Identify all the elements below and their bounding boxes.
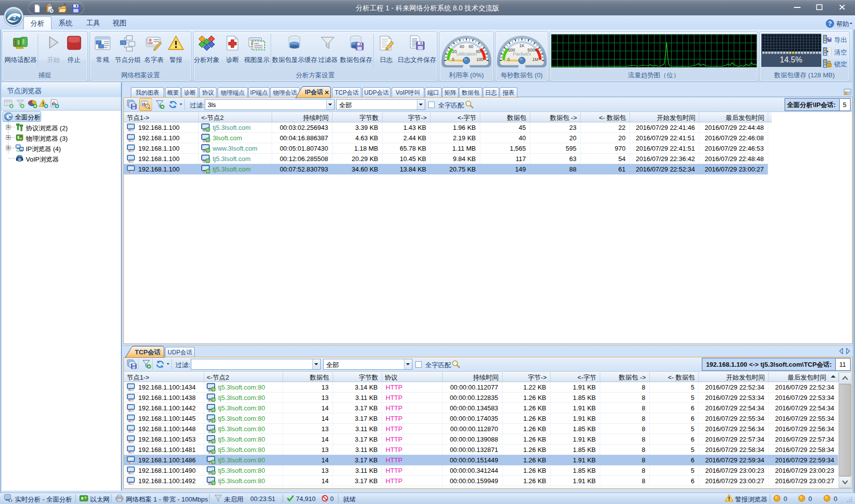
svg-text:Utilization: Utilization [456, 51, 476, 56]
svg-text:80: 80 [476, 49, 481, 54]
svg-text:100: 100 [476, 57, 483, 62]
svg-text:40: 40 [459, 44, 464, 49]
svg-text:500: 500 [508, 48, 515, 53]
svg-text:?: ? [828, 20, 832, 27]
svg-text:60: 60 [469, 44, 474, 49]
svg-text:500K: 500K [527, 48, 537, 53]
svg-text:0: 0 [508, 57, 510, 62]
svg-text:20: 20 [452, 49, 457, 54]
svg-text:1K: 1K [519, 43, 525, 48]
svg-text:1M: 1M [532, 57, 538, 62]
svg-text:0: 0 [452, 57, 455, 62]
svg-text:14.5%: 14.5% [780, 56, 802, 64]
